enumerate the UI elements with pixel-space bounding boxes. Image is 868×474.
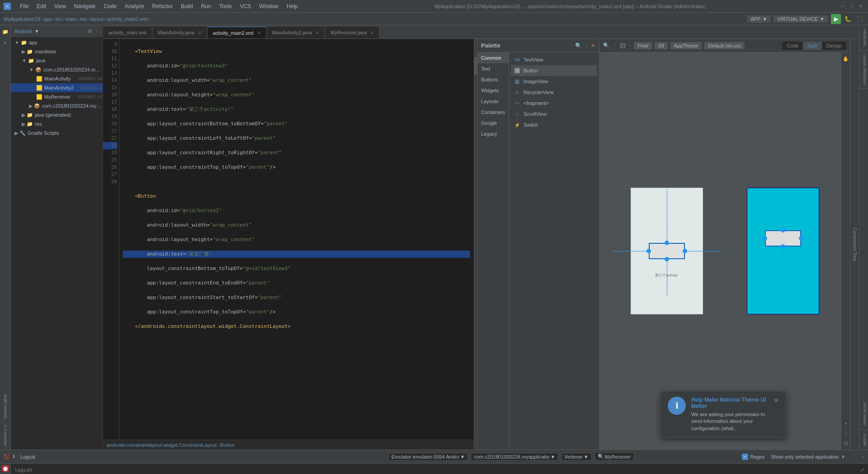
tree-mainactivity2[interactable]: 🟨 MainActivity2 2025/8/11 1 — [11, 83, 103, 92]
menu-run[interactable]: Run — [198, 2, 215, 10]
favorites-tab[interactable]: 2: Favorites — [2, 423, 9, 448]
canvas-fit-icon[interactable]: ⊡ — [841, 439, 850, 448]
tree-java-gen[interactable]: ▶ 📁 java (generated) — [11, 110, 103, 119]
menu-window[interactable]: Window — [255, 2, 282, 10]
tab-myreceiver[interactable]: MyReceiver.java ✕ — [325, 27, 380, 38]
vertical-scrollbar-thumb[interactable] — [474, 57, 477, 75]
logcat-scroll-icon[interactable]: ⬇ — [12, 454, 16, 460]
package-selector[interactable]: com.c201801020224.myapplicatio ▼ — [471, 453, 558, 461]
locale-selector[interactable]: Default (en-us) — [704, 42, 745, 49]
logcat-settings-icon[interactable]: ⋮ — [852, 454, 857, 460]
structure-icon[interactable]: ≡ — [1, 38, 10, 47]
palette-cat-legacy[interactable]: Legacy — [477, 128, 509, 139]
bc-res[interactable]: res — [80, 16, 86, 22]
bc-file[interactable]: activity_main2.xml — [107, 16, 147, 22]
menu-edit[interactable]: Edit — [33, 2, 50, 10]
design-view-tab[interactable]: Design — [822, 42, 846, 50]
file-tree-more[interactable]: ⋮ — [94, 28, 99, 34]
regex-checkbox[interactable]: ✓ — [742, 454, 748, 460]
tree-package1[interactable]: ▼ 📦 com.c201801020224.myappl — [11, 65, 103, 74]
code-content[interactable]: <TextView android:id="@+id/textView3" an… — [119, 39, 474, 440]
tab-mainactivity[interactable]: MainActivity.java ✕ — [152, 27, 208, 38]
palette-cat-layouts[interactable]: Layouts — [477, 96, 509, 107]
debug-button[interactable]: 🐛 — [843, 14, 853, 24]
show-selected-dropdown[interactable]: ▼ — [841, 454, 846, 460]
android-dropdown[interactable]: ▼ — [34, 28, 39, 34]
bc-src[interactable]: src — [55, 16, 62, 22]
bc-main[interactable]: main — [66, 16, 76, 22]
tree-gradle[interactable]: ▶ 🔧 Gradle Scripts — [11, 128, 103, 137]
tab-myreceiver-close[interactable]: ✕ — [370, 30, 374, 35]
logcat-content[interactable]: logcat ⤢ I 2020-08-11 14:52:06.797 3221-… — [11, 464, 868, 474]
file-tree-sync[interactable]: ⚙ — [88, 28, 92, 34]
stop-button[interactable]: ⬛ — [854, 14, 864, 24]
device-selector[interactable]: VIRTUAL DEVICE ▼ — [774, 15, 828, 23]
menu-analyze[interactable]: Analyze — [121, 2, 148, 10]
menu-navigate[interactable]: Navigate — [71, 2, 99, 10]
palette-switch[interactable]: ⚡ Switch — [511, 119, 597, 130]
theme-selector[interactable]: AppTheme — [670, 42, 702, 49]
design-zoom-out-icon[interactable]: − — [628, 43, 631, 48]
logcat-minimize-icon[interactable]: − — [862, 454, 864, 460]
emulator-selector[interactable]: Emulator emulator-5554 Andro ▼ — [388, 453, 468, 461]
tree-mainactivity[interactable]: 🟨 MainActivity 2020/8/11 14: — [11, 74, 103, 83]
palette-recyclerview[interactable]: ≡ RecyclerView — [511, 87, 597, 98]
palette-imageview[interactable]: 🖼 ImageView — [511, 76, 597, 87]
json-viewer-tab[interactable]: JSON Viewer — [859, 398, 868, 430]
logcat-clear-icon[interactable]: 🚫 — [4, 454, 10, 460]
palette-fragment[interactable]: <> <fragment> — [511, 98, 597, 109]
tree-myreceiver[interactable]: 🟨 MyReceiver 2020/8/11 14: — [11, 92, 103, 101]
menu-help[interactable]: Help — [283, 2, 302, 10]
tree-package2[interactable]: ▶ 📦 com.c201801020224.myappl — [11, 101, 103, 110]
pixel-selector[interactable]: Pixel — [634, 42, 652, 49]
split-view-tab[interactable]: Split — [803, 42, 821, 50]
design-search-icon[interactable]: 🔍 — [603, 43, 609, 48]
tab-mainactivity2-close[interactable]: ✕ — [316, 30, 319, 35]
attributes-tab[interactable]: Attributes — [859, 25, 868, 50]
palette-cat-widgets[interactable]: Widgets — [477, 85, 509, 96]
menu-refactor[interactable]: Refactor — [149, 2, 176, 10]
gradle-tab[interactable]: Gradle — [859, 430, 868, 450]
palette-search-icon[interactable]: 🔍 — [575, 43, 582, 49]
tab-mainactivity2[interactable]: MainActivity2.java ✕ — [267, 27, 325, 38]
run-button[interactable]: ▶ — [831, 14, 841, 24]
notification-close-icon[interactable]: ✕ — [774, 397, 779, 404]
menu-code[interactable]: Code — [100, 2, 120, 10]
level-selector[interactable]: Verbose ▼ — [561, 453, 591, 461]
menu-file[interactable]: File — [16, 2, 32, 10]
filter-search[interactable]: 🔍 MyReceiver — [594, 452, 634, 461]
tab-activity-main2[interactable]: activity_main2.xml ✕ — [208, 27, 267, 38]
canvas-zoom-in-icon[interactable]: + — [841, 419, 850, 428]
palette-more-icon[interactable]: ⋮ — [584, 43, 589, 49]
menu-build[interactable]: Build — [177, 2, 197, 10]
palette-cat-google[interactable]: Google — [477, 118, 509, 128]
palette-button[interactable]: □ Button — [511, 65, 597, 76]
zoom-selector[interactable]: 29 — [655, 42, 667, 49]
tab-activity-main2-close[interactable]: ✕ — [257, 30, 261, 35]
run-config-selector[interactable]: APP ▼ — [747, 15, 771, 23]
bc-app[interactable]: app — [43, 16, 52, 22]
palette-close-icon[interactable]: ✕ — [591, 43, 595, 49]
canvas-tool-hand[interactable]: ✋ — [841, 54, 850, 63]
palette-textview[interactable]: Ab TextView — [511, 54, 597, 65]
build-variants-tab[interactable]: Build Variants — [2, 393, 9, 421]
menu-view[interactable]: View — [51, 2, 70, 10]
tab-activity-main[interactable]: activity_main.xml — [103, 27, 152, 38]
bc-myapp[interactable]: MyApplication19 — [4, 16, 40, 22]
bc-layout[interactable]: layout — [90, 16, 103, 22]
logcat-filter-icon[interactable]: ⬤ — [2, 465, 9, 472]
design-more-icon[interactable]: ⋮ — [612, 43, 617, 48]
canvas-zoom-out-icon[interactable]: − — [841, 429, 850, 438]
tree-res[interactable]: ▶ 📁 res — [11, 119, 103, 128]
palette-cat-containers[interactable]: Containers — [477, 107, 509, 118]
tree-manifests[interactable]: ▶ 📁 manifests — [11, 47, 103, 56]
logcat-expand-icon[interactable]: ⤢ — [860, 466, 864, 474]
menu-tools[interactable]: Tools — [216, 2, 236, 10]
project-icon[interactable]: 📁 — [1, 27, 10, 36]
tree-app[interactable]: ▼ 📁 app — [11, 38, 103, 47]
component-tree-tab[interactable]: Component Tree — [850, 39, 859, 450]
code-editor[interactable]: 910111213 1415161718 1920212223 24252627… — [103, 39, 474, 440]
palette-scrollview[interactable]: ↕ ScrollView — [511, 109, 597, 119]
minimize-button[interactable]: ─ — [839, 3, 846, 10]
bp-button[interactable]: Button — [220, 442, 235, 448]
